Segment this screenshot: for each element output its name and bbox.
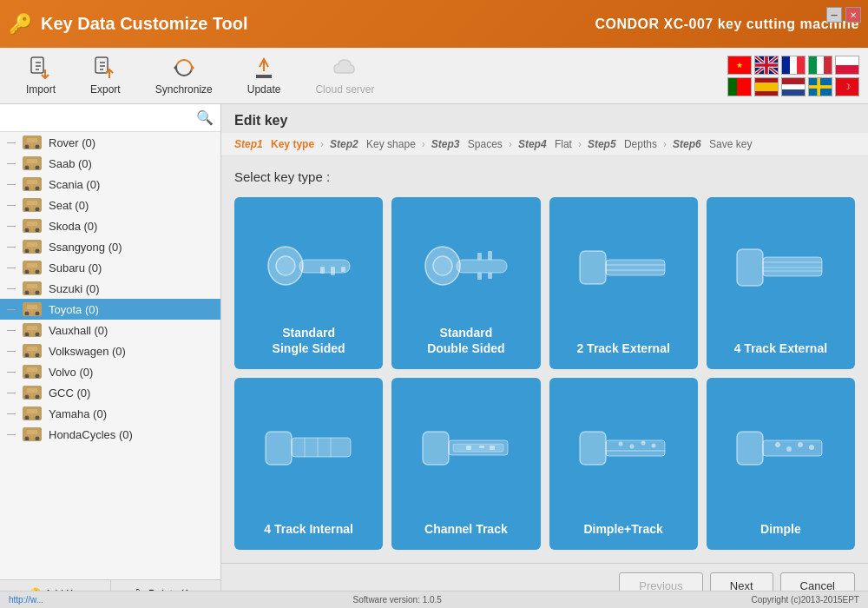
key-card-image [707,197,855,343]
search-input[interactable] [7,111,196,124]
sidebar-item[interactable]: GCC (0) [0,382,220,403]
car-icon [23,302,42,316]
car-icon [23,323,42,337]
minimize-button[interactable]: ─ [826,7,842,23]
sidebar-item[interactable]: Volkswagen (0) [0,340,220,361]
key-type-card-dimple-track[interactable]: Dimple+Track [549,378,698,550]
flag-spain[interactable] [754,77,779,96]
flag-italy[interactable] [808,56,832,75]
flag-poland[interactable] [835,56,859,75]
cloud-icon [332,56,357,80]
sidebar-item-label: Scania (0) [49,178,100,191]
sidebar-item-label: Yamaha (0) [49,407,107,420]
key-card-label: 4 Track External [734,340,827,356]
step-item-0: Step1 Key type [234,138,314,150]
sidebar-item-label: Subaru (0) [49,261,102,274]
import-label: Import [26,83,56,96]
sidebar-item[interactable]: HondaCycles (0) [0,424,220,445]
import-button[interactable]: Import [9,49,73,102]
key-type-card-channel-track[interactable]: Channel Track [391,378,540,550]
flag-netherlands[interactable] [781,77,806,96]
sidebar-item[interactable]: Rover (0) [0,132,220,153]
key-type-card-standard-single[interactable]: StandardSingle Sided [234,197,383,369]
key-type-card-4-track-internal[interactable]: 4 Track Internal [234,378,383,550]
flag-uk[interactable] [754,56,779,75]
sidebar-item-label: Saab (0) [49,157,92,170]
version-text: Software version: 1.0.5 [353,595,442,605]
key-card-image [234,378,383,524]
sidebar-item[interactable]: Saab (0) [0,153,220,174]
svg-point-105 [641,441,646,446]
svg-rect-9 [27,138,37,142]
step-arrow: › [663,138,667,150]
export-button[interactable]: Export [73,49,138,102]
sidebar-item[interactable]: Suzuki (0) [0,278,220,299]
svg-rect-72 [331,267,335,275]
step-item-3: Step4 Flat [518,138,572,150]
svg-rect-102 [606,440,665,456]
search-icon[interactable]: 🔍 [196,109,214,126]
svg-rect-82 [606,260,665,275]
flag-portugal[interactable] [727,77,752,96]
synchronize-button[interactable]: Synchronize [138,49,230,102]
update-label: Update [247,83,281,96]
key-card-image [707,378,855,524]
sidebar-list: Rover (0) Saab (0) Scania (0) [0,132,220,579]
update-button[interactable]: Update [230,49,299,102]
sync-label: Synchronize [155,83,213,96]
connector-line [7,142,16,143]
connector-line [7,351,16,352]
key-type-card-dimple[interactable]: Dimple [707,378,855,550]
connector-line [7,372,16,373]
flag-china[interactable]: ★ [727,56,752,75]
key-icon: 🔑 [9,13,32,36]
sidebar-item[interactable]: Seat (0) [0,195,220,215]
car-icon [23,177,42,191]
svg-rect-17 [27,180,37,184]
sidebar-item[interactable]: Scania (0) [0,174,220,195]
sidebar-item[interactable]: Skoda (0) [0,215,220,236]
sidebar-item-label: Rover (0) [49,136,95,149]
key-grid: StandardSingle Sided StandardDouble Side… [234,197,855,550]
flag-france[interactable] [781,56,806,75]
car-icon [23,386,42,400]
car-icon [23,135,42,149]
key-card-image [549,197,698,343]
sidebar-item-label: GCC (0) [49,387,90,400]
step-item-1: Step2 Key shape [330,138,416,150]
step-arrow: › [320,138,324,150]
sidebar-item-label: Suzuki (0) [49,282,100,295]
key-card-label: 4 Track Internal [264,521,353,537]
sidebar-item[interactable]: Toyota (0) [0,299,220,320]
key-type-card-standard-double[interactable]: StandardDouble Sided [391,197,540,369]
car-icon [23,219,42,233]
connector-line [7,288,16,289]
svg-rect-108 [737,432,763,465]
status-url: http://w... [9,595,43,605]
svg-rect-25 [27,221,37,226]
svg-rect-99 [479,446,484,448]
step-arrow: › [509,138,512,150]
svg-point-110 [775,442,780,447]
sidebar-item[interactable]: Vauxhall (0) [0,320,220,340]
flag-sweden[interactable] [808,77,832,96]
sidebar-item[interactable]: Volvo (0) [0,361,220,382]
sync-icon [172,56,196,80]
close-button[interactable]: ✕ [845,7,861,23]
sidebar-item-label: Skoda (0) [49,220,97,233]
key-card-label: Channel Track [424,521,508,537]
sidebar-item[interactable]: Subaru (0) [0,257,220,278]
key-type-card-2-track-external[interactable]: 2 Track External [549,197,698,369]
sidebar-item[interactable]: Ssangyong (0) [0,236,220,257]
svg-rect-77 [477,253,482,260]
content-area: Edit key Step1 Key type›Step2 Key shape›… [221,104,868,608]
svg-rect-0 [31,57,43,73]
cloud-button[interactable]: Cloud server [298,49,391,102]
main-layout: 🔍 Rover (0) Saab (0) [0,104,868,608]
key-card-label: StandardDouble Sided [427,325,504,356]
key-card-image [391,378,540,524]
svg-rect-45 [27,326,37,330]
key-type-card-4-track-external[interactable]: 4 Track External [707,197,855,369]
flag-turkey[interactable]: ☽ [835,77,859,96]
sidebar-item[interactable]: Yamaha (0) [0,403,220,424]
